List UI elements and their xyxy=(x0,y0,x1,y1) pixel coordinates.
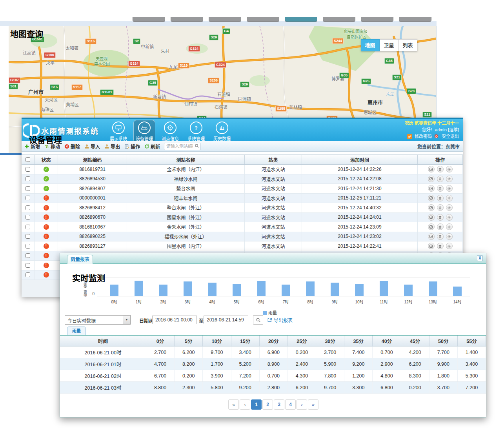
edit-button[interactable] xyxy=(428,204,435,211)
nav-item-station-info[interactable]: 测点信息 xyxy=(159,120,181,143)
device-table-row: 8826894530 福绿沙水闸 河道水文站 2015-12-24 14:22:… xyxy=(22,174,463,184)
row-checkbox[interactable] xyxy=(25,253,30,258)
map-view-button-map[interactable]: 地图 xyxy=(361,39,380,51)
window-tab-stub[interactable] xyxy=(209,17,241,22)
export-button[interactable]: 导出 xyxy=(104,143,120,150)
row-delete-button[interactable] xyxy=(437,166,444,172)
page-4[interactable]: 4 xyxy=(285,399,296,410)
operate-button[interactable]: 操作 xyxy=(124,143,140,150)
edit-button[interactable] xyxy=(428,185,435,192)
map-place-label: 江高镇 xyxy=(23,49,36,56)
date-to-input[interactable] xyxy=(204,316,248,324)
row-delete-button[interactable] xyxy=(437,195,444,201)
edit-button[interactable] xyxy=(428,243,435,249)
window-tab-stub[interactable] xyxy=(323,17,355,22)
row-checkbox[interactable] xyxy=(25,196,30,200)
x-axis-label: 12时 xyxy=(398,299,418,305)
settings-button[interactable] xyxy=(446,204,453,211)
row-delete-button[interactable] xyxy=(437,185,444,192)
rain-row-value: 7.800 xyxy=(316,370,344,381)
page-first[interactable]: « xyxy=(228,399,239,410)
row-delete-button[interactable] xyxy=(437,176,444,182)
row-checkbox[interactable] xyxy=(25,215,30,220)
settings-button[interactable] xyxy=(446,166,453,172)
settings-button[interactable] xyxy=(446,243,453,249)
page-1[interactable]: 1 xyxy=(251,399,262,410)
row-delete-button[interactable] xyxy=(437,204,444,211)
window-tab-stub[interactable] xyxy=(171,17,203,22)
row-delete-button[interactable] xyxy=(437,233,444,240)
rain-row-value: 5.300 xyxy=(458,370,486,381)
data-type-select[interactable]: 今日实时数据 ▼ xyxy=(65,315,131,325)
logout-link[interactable]: 安全退出 xyxy=(442,133,459,140)
query-button[interactable] xyxy=(253,315,263,325)
nav-item-device-management[interactable]: 设备管理 xyxy=(133,120,155,143)
window-tab-stub[interactable] xyxy=(361,17,393,22)
settings-button[interactable] xyxy=(446,223,453,230)
road-shield: S117 xyxy=(71,84,83,90)
window-tab-stub[interactable] xyxy=(285,17,317,22)
export-report-link[interactable]: 导出报表 xyxy=(267,317,293,323)
edit-button[interactable] xyxy=(428,166,435,172)
edit-button[interactable] xyxy=(428,214,435,221)
window-tab-stub[interactable] xyxy=(133,17,165,22)
row-checkbox[interactable] xyxy=(25,272,30,277)
station-code: 8826890670 xyxy=(58,213,127,222)
nav-item-display-system[interactable]: 展示系统 xyxy=(107,120,129,143)
rain-header-cell: 10分 xyxy=(203,336,231,346)
settings-button[interactable] xyxy=(446,195,453,201)
settings-button[interactable] xyxy=(446,214,453,221)
select-all-checkbox[interactable] xyxy=(25,157,30,162)
chart-legend: 雨量 xyxy=(97,309,442,316)
page-next[interactable]: › xyxy=(297,399,307,410)
map-view-button-satellite[interactable]: 卫星 xyxy=(380,39,398,51)
delete-icon xyxy=(65,144,69,148)
settings-button[interactable] xyxy=(446,233,453,240)
settings-button[interactable] xyxy=(446,185,453,192)
refresh-button[interactable]: 刷新 xyxy=(144,143,160,150)
edit-button[interactable] xyxy=(428,176,435,182)
window-tab-stub[interactable] xyxy=(247,17,279,22)
import-button[interactable]: 导入 xyxy=(84,143,100,150)
settings-button[interactable] xyxy=(446,176,453,182)
page-last[interactable]: » xyxy=(308,399,318,410)
move-icon xyxy=(45,145,49,147)
date-from-input[interactable] xyxy=(152,316,197,324)
edit-button[interactable] xyxy=(428,195,435,201)
rain-row-value: 5.900 xyxy=(316,358,344,370)
close-icon[interactable]: X xyxy=(477,255,483,261)
dropdown-arrow-icon[interactable]: ▼ xyxy=(123,316,130,324)
page-prev[interactable]: ‹ xyxy=(240,399,250,410)
rain-table-body: 2016-06-21 00时2.7006.2009.7003.4006.9000… xyxy=(60,347,486,394)
row-checkbox[interactable] xyxy=(25,186,30,191)
row-checkbox[interactable] xyxy=(25,167,30,172)
tab-rain[interactable]: 雨量 xyxy=(67,327,86,335)
rain-header-cell: 时间 xyxy=(60,336,146,346)
window-tab-stub[interactable] xyxy=(399,17,431,22)
map-place-label: 天河区 xyxy=(45,96,58,103)
edit-button[interactable] xyxy=(428,233,435,240)
nav-item-system-management[interactable]: 系统管理 xyxy=(185,120,207,143)
edit-button[interactable] xyxy=(428,223,435,230)
map-view-button-list[interactable]: 列表 xyxy=(398,39,417,51)
x-axis-label: 0时 xyxy=(104,299,124,305)
tab-rain-report[interactable]: 雨量报表 xyxy=(67,255,93,264)
row-checkbox[interactable] xyxy=(25,263,30,268)
row-delete-button[interactable] xyxy=(437,223,444,230)
row-checkbox[interactable] xyxy=(25,234,30,239)
rain-bar xyxy=(208,283,217,296)
page-3[interactable]: 3 xyxy=(274,399,284,410)
page-2[interactable]: 2 xyxy=(262,399,273,410)
rain-row-time: 2016-06-21 03时 xyxy=(60,382,146,393)
map-query-label: 地图查询 xyxy=(10,27,43,39)
row-delete-button[interactable] xyxy=(437,214,444,221)
row-checkbox[interactable] xyxy=(25,244,30,249)
row-delete-button[interactable] xyxy=(437,243,444,249)
nav-item-history-data[interactable]: 历史数据 xyxy=(211,120,233,143)
delete-button[interactable]: 删除 xyxy=(64,143,80,150)
header-user-area: 农历 贰零壹伍年 十二月十一 您好！admin [运维] 修改密码 安全退出 xyxy=(405,120,459,140)
change-password-link[interactable]: 修改密码 xyxy=(415,133,432,140)
row-checkbox[interactable] xyxy=(25,205,30,210)
row-checkbox[interactable] xyxy=(25,225,30,229)
row-checkbox[interactable] xyxy=(25,176,30,181)
